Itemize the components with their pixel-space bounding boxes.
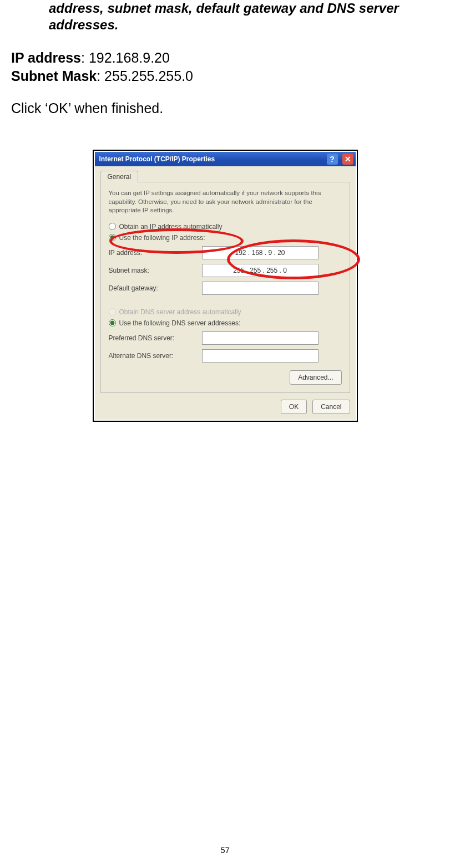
label-default-gateway: Default gateway: [109, 284, 198, 292]
ok-button[interactable]: OK [281, 400, 307, 414]
radio-use-following-ip-label: Use the following IP address: [119, 234, 205, 242]
ip-address-label: IP address [11, 50, 81, 65]
radio-obtain-dns-auto-label: Obtain DNS server address automatically [119, 308, 241, 316]
label-ip-address: IP address: [109, 249, 198, 257]
label-alternate-dns: Alternate DNS server: [109, 352, 198, 360]
subnet-mask-value: 255.255.255.0 [104, 68, 193, 84]
label-subnet-mask: Subnet mask: [109, 267, 198, 274]
page-number: 57 [0, 845, 450, 855]
advanced-button[interactable]: Advanced... [290, 370, 341, 385]
dialog-description: You can get IP settings assigned automat… [109, 189, 342, 215]
radio-use-following-dns-input[interactable] [109, 319, 116, 326]
radio-obtain-ip-auto[interactable]: Obtain an IP address automatically [109, 223, 342, 231]
radio-obtain-ip-auto-input[interactable] [109, 223, 116, 230]
radio-obtain-dns-auto-input [109, 308, 116, 315]
subnet-mask-label: Subnet Mask [11, 68, 97, 84]
dialog-titlebar: Internet Protocol (TCP/IP) Properties ? … [95, 152, 356, 166]
close-icon[interactable]: ✕ [342, 154, 353, 165]
label-preferred-dns: Preferred DNS server: [109, 334, 198, 342]
tcpip-properties-dialog: Internet Protocol (TCP/IP) Properties ? … [95, 152, 356, 420]
radio-use-following-ip[interactable]: Use the following IP address: [109, 234, 342, 242]
ip-address-value: 192.168.9.20 [89, 50, 170, 65]
input-preferred-dns[interactable] [202, 331, 318, 345]
dialog-title: Internet Protocol (TCP/IP) Properties [99, 155, 322, 163]
dialog-figure: Internet Protocol (TCP/IP) Properties ? … [93, 150, 358, 422]
subnet-mask-line: Subnet Mask: 255.255.255.0 [11, 67, 439, 85]
tabstrip: General [100, 171, 350, 182]
radio-use-following-dns[interactable]: Use the following DNS server addresses: [109, 319, 342, 327]
radio-obtain-dns-auto: Obtain DNS server address automatically [109, 308, 342, 316]
input-alternate-dns[interactable] [202, 349, 318, 362]
input-subnet-mask[interactable]: 255 . 255 . 255 . 0 [202, 264, 318, 277]
radio-use-following-ip-input[interactable] [109, 234, 116, 241]
click-ok-instruction: Click ‘OK’ when finished. [11, 100, 439, 116]
help-icon[interactable]: ? [327, 154, 338, 165]
radio-use-following-dns-label: Use the following DNS server addresses: [119, 319, 241, 327]
radio-obtain-ip-auto-label: Obtain an IP address automatically [119, 223, 223, 231]
cancel-button[interactable]: Cancel [312, 400, 350, 414]
input-ip-address[interactable]: 192 . 168 . 9 . 20 [202, 246, 318, 259]
input-default-gateway[interactable]: . . . [202, 282, 318, 295]
ip-address-line: IP address: 192.168.9.20 [11, 49, 439, 67]
tab-panel-general: You can get IP settings assigned automat… [100, 182, 350, 393]
intro-italic-line: address, subnet mask, default gateway an… [49, 0, 409, 33]
tab-general[interactable]: General [100, 171, 139, 182]
